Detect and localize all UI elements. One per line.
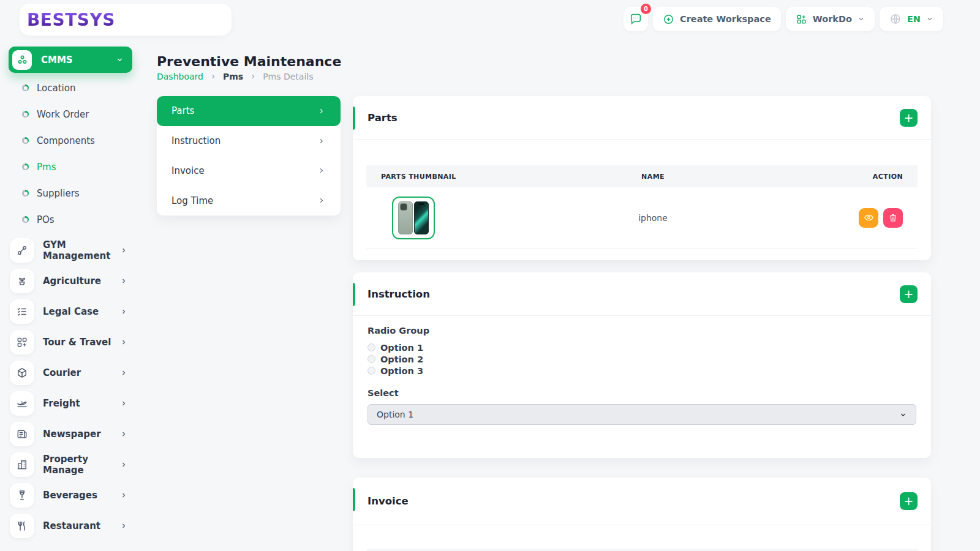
view-part-button[interactable] <box>859 208 878 228</box>
wine-glass-icon <box>10 483 34 508</box>
messages-button[interactable]: 0 <box>624 7 648 31</box>
language-label: EN <box>907 14 921 24</box>
grid-plus-icon <box>10 330 34 354</box>
accent-bar <box>353 488 355 511</box>
chevron-right-icon <box>120 247 127 254</box>
chevron-down-icon <box>858 15 865 23</box>
plus-circle-icon <box>663 13 674 25</box>
sidebar-item-property-manage[interactable]: Property Manage <box>10 449 127 480</box>
chevron-right-icon <box>120 461 127 468</box>
chevron-right-icon <box>120 522 127 530</box>
sidebar-item-freight[interactable]: Freight <box>10 388 127 419</box>
newspaper-icon <box>10 422 34 446</box>
chevron-right-icon <box>318 108 325 114</box>
sidebar-item-newspaper[interactable]: Newspaper <box>10 419 127 449</box>
table-row: iphone <box>366 187 918 249</box>
chevron-down-icon <box>926 15 933 23</box>
sidebar-item-legal-case[interactable]: Legal Case <box>10 296 127 327</box>
tab-instruction[interactable]: Instruction <box>157 126 341 156</box>
chevron-down-icon <box>899 411 907 419</box>
create-workspace-button[interactable]: Create Workspace <box>653 7 781 31</box>
add-part-button[interactable]: + <box>900 109 918 127</box>
sidebar-item-components[interactable]: Components <box>0 127 144 154</box>
language-dropdown[interactable]: EN <box>880 7 943 31</box>
radio-option-1[interactable]: Option 1 <box>368 342 916 353</box>
logo-link[interactable]: BESTSYS <box>20 4 232 36</box>
sidebar-item-agriculture[interactable]: Agriculture <box>10 266 127 296</box>
donut-icon <box>22 216 29 223</box>
trash-icon <box>888 213 898 223</box>
add-invoice-button[interactable]: + <box>900 492 918 510</box>
chevron-right-icon <box>250 73 256 80</box>
globe-icon <box>889 13 902 25</box>
sidebar-item-suppliers[interactable]: Suppliers <box>0 180 144 206</box>
column-action: ACTION <box>730 173 918 181</box>
sidebar-item-pos[interactable]: POs <box>0 206 144 233</box>
part-thumbnail-image[interactable] <box>392 197 435 239</box>
accent-bar <box>353 107 355 130</box>
invoice-card-title: Invoice <box>368 495 409 507</box>
radio-icon <box>368 343 375 351</box>
breadcrumb-dashboard[interactable]: Dashboard <box>157 72 203 81</box>
building-icon <box>10 452 34 477</box>
accent-bar <box>353 283 355 306</box>
radio-icon <box>368 355 375 363</box>
header-actions: 0 Create Workspace WorkDo EN <box>624 7 943 31</box>
chevron-right-icon <box>318 197 325 204</box>
column-name: NAME <box>576 173 730 181</box>
chevron-right-icon <box>120 277 127 285</box>
radio-option-2[interactable]: Option 2 <box>368 353 916 365</box>
dumbbell-icon <box>10 238 34 263</box>
parts-card-title: Parts <box>368 112 398 124</box>
invoice-card: Invoice + <box>353 478 931 551</box>
eye-icon <box>864 212 874 223</box>
sidebar-item-pms[interactable]: Pms <box>0 154 144 180</box>
sidebar-item-gym-management[interactable]: GYM Management <box>10 235 127 266</box>
sidebar-item-restaurant[interactable]: Restaurant <box>10 511 127 541</box>
module-switcher-label: CMMS <box>41 54 116 66</box>
phone-back-image <box>398 201 413 234</box>
checklist-icon <box>10 299 34 324</box>
chevron-right-icon <box>120 400 127 407</box>
chevron-right-icon <box>120 339 127 346</box>
cmms-icon <box>12 50 32 70</box>
brand-logo: BESTSYS <box>27 10 115 30</box>
parts-card: Parts + PARTS THUMBNAIL NAME ACTION ipho… <box>353 96 931 260</box>
breadcrumb-pms[interactable]: Pms <box>223 72 243 81</box>
tab-invoice[interactable]: Invoice <box>157 156 341 186</box>
radio-icon <box>368 367 375 375</box>
part-name: iphone <box>576 213 730 223</box>
sidebar-item-work-order[interactable]: Work Order <box>0 101 144 127</box>
option-select[interactable]: Option 1 <box>368 404 916 425</box>
breadcrumb: Dashboard Pms Pms Details <box>157 72 314 81</box>
tab-log-time[interactable]: Log Time <box>157 186 341 216</box>
sidebar-item-beverages[interactable]: Beverages <box>10 480 127 511</box>
delete-part-button[interactable] <box>883 208 903 228</box>
workspace-dropdown[interactable]: WorkDo <box>786 7 875 31</box>
plant-icon <box>10 269 34 293</box>
select-label: Select <box>368 388 916 398</box>
donut-icon <box>22 137 29 144</box>
chevron-right-icon <box>120 430 127 438</box>
plane-icon <box>10 391 34 416</box>
breadcrumb-current: Pms Details <box>263 72 313 81</box>
column-parts-thumbnail: PARTS THUMBNAIL <box>366 173 576 181</box>
radio-option-3[interactable]: Option 3 <box>368 365 916 377</box>
sidebar-item-tour-travel[interactable]: Tour & Travel <box>10 327 127 358</box>
notification-badge: 0 <box>641 4 651 14</box>
instruction-card-title: Instruction <box>368 288 430 300</box>
sidebar-item-location[interactable]: Location <box>0 75 144 101</box>
chevron-right-icon <box>120 308 127 315</box>
chevron-right-icon <box>318 167 325 174</box>
chat-icon <box>629 12 643 26</box>
modules-menu: GYM Management Agriculture Legal Case To… <box>10 235 127 541</box>
tab-parts[interactable]: Parts <box>157 96 341 126</box>
donut-icon <box>22 190 29 197</box>
module-switcher-cmms[interactable]: CMMS <box>9 47 132 73</box>
sidebar-item-courier[interactable]: Courier <box>10 358 127 388</box>
parts-table-header: PARTS THUMBNAIL NAME ACTION <box>366 165 918 187</box>
radio-group-label: Radio Group <box>368 326 916 335</box>
create-workspace-label: Create Workspace <box>680 14 771 24</box>
add-instruction-button[interactable]: + <box>900 285 918 303</box>
donut-icon <box>22 84 29 91</box>
